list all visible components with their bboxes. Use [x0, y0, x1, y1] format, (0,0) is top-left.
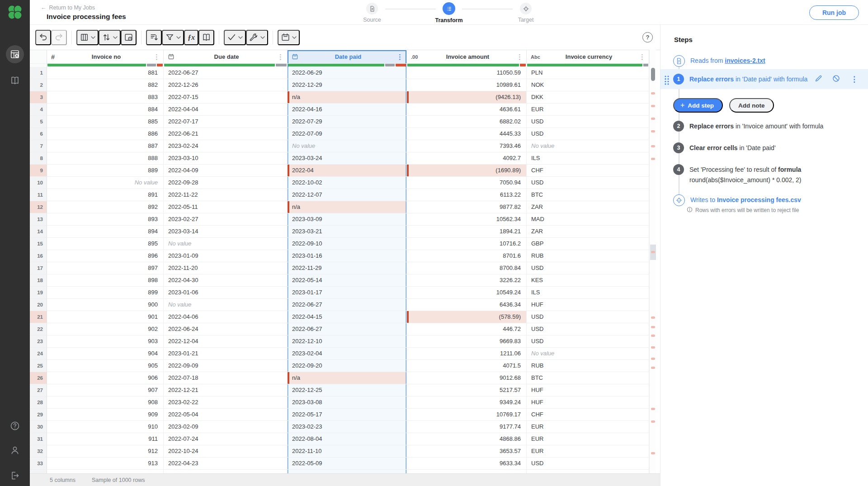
table-cell[interactable]: 9877.82	[407, 201, 527, 213]
column-menu-icon[interactable]: ⋮	[638, 53, 646, 61]
column-menu-icon[interactable]: ⋮	[152, 53, 161, 61]
table-cell[interactable]: (1690.89)	[407, 165, 527, 177]
table-cell[interactable]: 900	[47, 299, 164, 311]
table-cell[interactable]: 9012.68	[407, 372, 527, 384]
table-cell[interactable]: 6882.02	[407, 116, 527, 128]
table-cell[interactable]: 2022-10-02	[288, 177, 407, 189]
column-header-invoice-currency[interactable]: AbcInvoice currency⋮	[527, 50, 649, 64]
preview-icon[interactable]	[121, 30, 137, 45]
column-header-due-date[interactable]: Due date⋮	[164, 50, 288, 64]
table-cell[interactable]: 2022-12-25	[288, 384, 407, 396]
table-cell[interactable]: 910	[47, 421, 164, 433]
table-cell[interactable]: 4092.7	[407, 152, 527, 165]
table-cell[interactable]: 885	[47, 116, 164, 128]
table-cell[interactable]: 7393.46	[407, 140, 527, 152]
row-number[interactable]: 5	[30, 116, 47, 128]
table-cell[interactable]: 9633.34	[407, 458, 527, 470]
table-cell[interactable]: 5217.57	[407, 384, 527, 396]
table-cell[interactable]: 2022-09-20	[288, 360, 407, 372]
table-cell[interactable]: 2023-01-06	[164, 287, 288, 299]
row-number[interactable]: 24	[30, 348, 47, 360]
table-cell[interactable]: 889	[47, 165, 164, 177]
table-cell[interactable]: USD	[527, 323, 649, 335]
column-menu-icon[interactable]: ⋮	[396, 53, 404, 61]
table-cell[interactable]: 2022-09-09	[164, 360, 288, 372]
row-number[interactable]: 12	[30, 201, 47, 213]
table-cell[interactable]: 894	[47, 226, 164, 238]
table-cell[interactable]: 2022-11-22	[164, 189, 288, 201]
table-cell[interactable]: EUR	[527, 445, 649, 458]
vertical-scrollbar[interactable]	[649, 50, 656, 473]
table-cell[interactable]: 9669.83	[407, 335, 527, 348]
row-number[interactable]: 9	[30, 165, 47, 177]
pipeline-node-source[interactable]: Source	[359, 3, 385, 23]
table-cell[interactable]: (578.59)	[407, 311, 527, 323]
table-cell[interactable]: EUR	[527, 421, 649, 433]
table-cell[interactable]: 2022-05-09	[288, 458, 407, 470]
table-cell[interactable]: 2022-04	[288, 165, 407, 177]
table-cell[interactable]: 2023-03-21	[288, 226, 407, 238]
row-number[interactable]: 27	[30, 384, 47, 396]
table-cell[interactable]: 895	[47, 238, 164, 250]
table-cell[interactable]: 2022-10-24	[164, 445, 288, 458]
table-cell[interactable]: 911	[47, 433, 164, 445]
table-cell[interactable]: No value	[527, 140, 649, 152]
table-cell[interactable]: No value	[164, 299, 288, 311]
back-link[interactable]: ←Return to My Jobs	[41, 5, 95, 11]
table-cell[interactable]: 899	[47, 287, 164, 299]
table-cell[interactable]: 2023-03-24	[288, 152, 407, 165]
table-cell[interactable]: 897	[47, 262, 164, 274]
table-cell[interactable]: MAD	[527, 213, 649, 226]
table-cell[interactable]: 4071.5	[407, 360, 527, 372]
table-cell[interactable]: NOK	[527, 79, 649, 91]
table-cell[interactable]: 2023-03-10	[164, 152, 288, 165]
kebab-icon[interactable]: ⋮	[849, 75, 859, 83]
row-number[interactable]: 20	[30, 299, 47, 311]
table-cell[interactable]: 2022-06-24	[164, 323, 288, 335]
add-step-button[interactable]: +Add step	[673, 98, 723, 113]
table-cell[interactable]: 10769.17	[407, 409, 527, 421]
table-cell[interactable]: KES	[527, 274, 649, 287]
table-cell[interactable]: 2022-05-04	[164, 409, 288, 421]
table-cell[interactable]: 2022-07-17	[164, 116, 288, 128]
table-cell[interactable]: 884	[47, 104, 164, 116]
table-cell[interactable]: 8700.84	[407, 262, 527, 274]
table-cell[interactable]: 886	[47, 128, 164, 140]
quality-bar-due-date[interactable]	[164, 63, 288, 67]
table-cell[interactable]: 2023-02-23	[288, 421, 407, 433]
row-number[interactable]: 2	[30, 79, 47, 91]
sample-rows-icon[interactable]	[146, 30, 162, 45]
column-menu-icon[interactable]: ⋮	[276, 53, 285, 61]
table-cell[interactable]: 6436.34	[407, 299, 527, 311]
table-cell[interactable]: 2022-07-29	[288, 116, 407, 128]
table-cell[interactable]: 1894.21	[407, 226, 527, 238]
table-cell[interactable]: ILS	[527, 152, 649, 165]
rail-item-logout-icon[interactable]	[6, 467, 24, 485]
row-number[interactable]: 21	[30, 311, 47, 323]
table-cell[interactable]: 2022-06-27	[288, 323, 407, 335]
column-header-invoice-amount[interactable]: .00Invoice amount⋮	[407, 50, 527, 64]
row-number[interactable]: 17	[30, 262, 47, 274]
table-cell[interactable]: 2023-02-22	[164, 396, 288, 409]
table-cell[interactable]: CHF	[527, 409, 649, 421]
table-cell[interactable]: 4868.86	[407, 433, 527, 445]
table-cell[interactable]: USD	[527, 116, 649, 128]
table-cell[interactable]: 4445.33	[407, 128, 527, 140]
table-cell[interactable]: 2022-11-10	[288, 445, 407, 458]
table-cell[interactable]: RUB	[527, 250, 649, 262]
row-number[interactable]: 33	[30, 458, 47, 470]
row-number[interactable]: 6	[30, 128, 47, 140]
table-cell[interactable]: 10562.34	[407, 213, 527, 226]
row-number[interactable]: 23	[30, 335, 47, 348]
row-number[interactable]: 22	[30, 323, 47, 335]
table-cell[interactable]: 2022-06-27	[288, 299, 407, 311]
table-cell[interactable]: 2022-07-09	[288, 128, 407, 140]
table-cell[interactable]: 896	[47, 250, 164, 262]
table-cell[interactable]: 2023-03-09	[288, 213, 407, 226]
date-format-icon[interactable]	[278, 30, 300, 45]
table-cell[interactable]: 893	[47, 213, 164, 226]
row-number[interactable]: 30	[30, 421, 47, 433]
drag-handle-icon[interactable]	[664, 75, 670, 83]
table-cell[interactable]: 2023-03-08	[288, 396, 407, 409]
table-cell[interactable]: BTC	[527, 372, 649, 384]
